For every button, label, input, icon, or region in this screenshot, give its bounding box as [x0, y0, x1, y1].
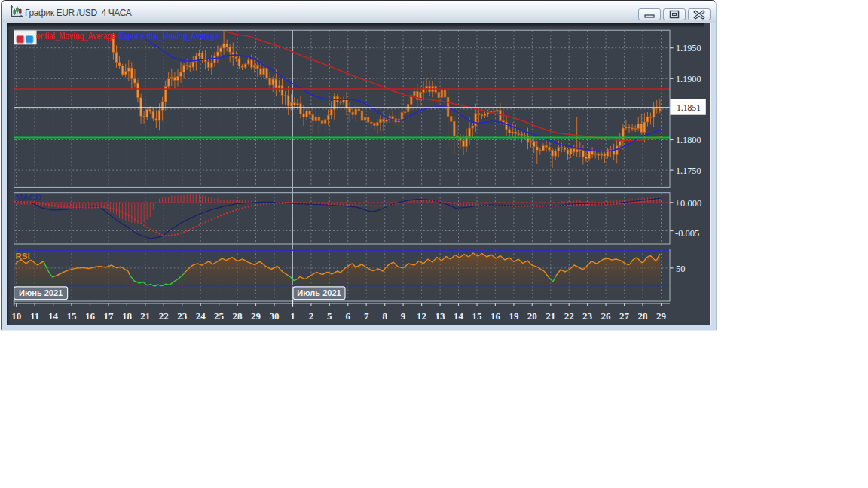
svg-text:1.1800: 1.1800 — [676, 134, 701, 145]
svg-text:Июль 2021: Июль 2021 — [297, 288, 341, 297]
svg-text:16: 16 — [491, 310, 501, 322]
svg-text:1: 1 — [290, 310, 295, 322]
svg-text:Exponential_Moving_Average: Exponential_Moving_Average — [119, 31, 219, 41]
svg-text:1.1900: 1.1900 — [676, 73, 701, 84]
svg-text:15: 15 — [472, 310, 483, 322]
svg-text:11: 11 — [30, 310, 39, 322]
svg-text:1.1950: 1.1950 — [676, 42, 701, 53]
svg-text:MACD: MACD — [16, 193, 42, 202]
svg-text:-0.005: -0.005 — [675, 228, 699, 239]
svg-text:23: 23 — [582, 310, 593, 322]
svg-text:50: 50 — [676, 264, 686, 274]
svg-text:27: 27 — [619, 310, 630, 322]
svg-text:13: 13 — [436, 310, 446, 322]
svg-text:29: 29 — [656, 310, 667, 322]
svg-text:28: 28 — [233, 310, 243, 322]
svg-text:26: 26 — [601, 310, 612, 322]
svg-text:14: 14 — [454, 310, 464, 322]
svg-text:12: 12 — [417, 310, 426, 322]
svg-text:8: 8 — [382, 310, 387, 322]
svg-text:30: 30 — [270, 310, 280, 322]
svg-text:10: 10 — [11, 310, 21, 322]
svg-text:16: 16 — [85, 310, 96, 322]
svg-text:28: 28 — [638, 310, 649, 322]
svg-text:20: 20 — [527, 310, 537, 322]
svg-text:14: 14 — [48, 310, 59, 322]
svg-text:Июнь 2021: Июнь 2021 — [19, 288, 63, 297]
svg-text:9: 9 — [401, 310, 406, 322]
svg-text:24: 24 — [196, 310, 206, 322]
svg-text:15: 15 — [67, 310, 78, 322]
svg-text:29: 29 — [251, 310, 261, 322]
svg-text:6: 6 — [346, 310, 351, 322]
svg-text:1.1851: 1.1851 — [677, 102, 701, 113]
svg-text:23: 23 — [177, 310, 188, 322]
svg-text:22: 22 — [159, 310, 169, 322]
svg-text:17: 17 — [103, 310, 114, 322]
svg-text:18: 18 — [122, 310, 133, 322]
svg-text:1.1750: 1.1750 — [676, 165, 701, 176]
svg-text:RSI: RSI — [16, 252, 30, 261]
svg-text:ential_Moving_Average: ential_Moving_Average — [36, 31, 115, 41]
svg-text:7: 7 — [364, 310, 369, 322]
svg-text:25: 25 — [214, 310, 225, 322]
svg-text:5: 5 — [327, 310, 332, 322]
svg-text:+0.000: +0.000 — [675, 198, 701, 209]
svg-text:21: 21 — [140, 310, 150, 322]
svg-text:21: 21 — [546, 310, 555, 322]
svg-text:2: 2 — [309, 310, 314, 322]
svg-text:19: 19 — [509, 310, 519, 322]
svg-text:22: 22 — [564, 310, 574, 322]
